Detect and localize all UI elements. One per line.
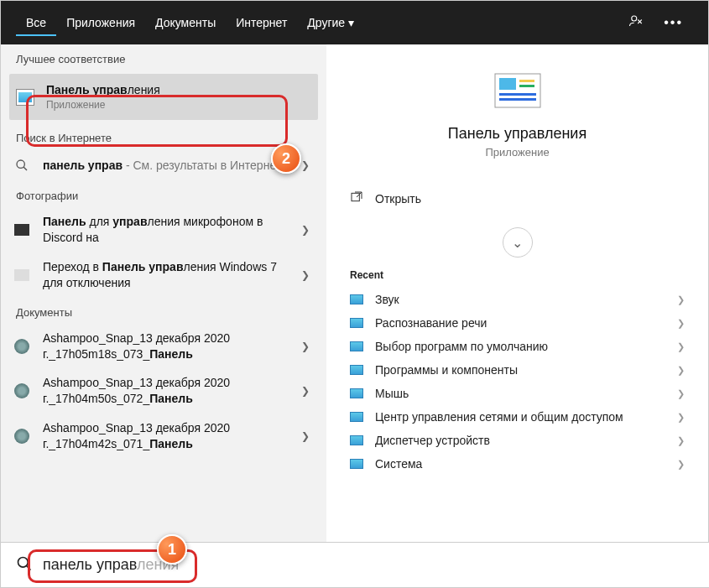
document-icon	[13, 337, 31, 356]
recent-header: Recent	[326, 266, 708, 288]
annotation-callout-1: 1	[157, 534, 187, 565]
section-photos: Фотографии	[1, 181, 326, 207]
hero-subtitle: Приложение	[326, 146, 708, 159]
chevron-right-icon: ❯	[677, 318, 685, 329]
photo-result-1[interactable]: Панель для управления микрофоном в Disco…	[1, 207, 326, 252]
open-label: Открыть	[375, 192, 421, 206]
more-options-icon[interactable]: •••	[654, 8, 693, 37]
control-panel-icon	[16, 88, 34, 107]
svg-line-2	[23, 167, 27, 170]
svg-point-10	[18, 557, 29, 567]
applet-icon	[350, 459, 363, 469]
hero-title: Панель управления	[326, 125, 708, 143]
recent-item[interactable]: Диспетчер устройств❯	[326, 429, 708, 452]
chevron-right-icon: ❯	[677, 435, 685, 446]
svg-rect-8	[499, 98, 536, 101]
search-icon	[16, 555, 33, 575]
control-panel-large-icon	[494, 73, 541, 108]
chevron-right-icon: ❯	[296, 224, 315, 236]
applet-icon	[350, 318, 363, 328]
search-bar: панель управления	[1, 542, 709, 587]
applet-icon	[350, 341, 363, 351]
search-input[interactable]: панель управления	[43, 556, 695, 574]
open-icon	[350, 190, 363, 207]
svg-point-1	[17, 160, 24, 168]
svg-rect-5	[519, 80, 534, 82]
tab-all[interactable]: Все	[16, 9, 56, 36]
chevron-down-icon: ⌄	[512, 235, 523, 251]
tab-documents[interactable]: Документы	[145, 9, 226, 36]
recent-item[interactable]: Центр управления сетями и общим доступом…	[326, 405, 708, 429]
chevron-right-icon: ❯	[677, 412, 685, 423]
chevron-right-icon: ❯	[296, 385, 315, 397]
recent-item[interactable]: Система❯	[326, 452, 708, 476]
svg-rect-4	[499, 78, 516, 90]
results-panel: Лучшее соответствие Панель управления Пр…	[1, 44, 326, 543]
chevron-right-icon: ❯	[677, 341, 685, 352]
tab-apps[interactable]: Приложения	[56, 9, 145, 36]
body: Лучшее соответствие Панель управления Пр…	[1, 44, 708, 543]
applet-icon	[350, 412, 363, 422]
header: Все Приложения Документы Интернет Другие…	[1, 1, 708, 44]
detail-panel: Панель управления Приложение Открыть ⌄ R…	[326, 44, 708, 543]
expand-button[interactable]: ⌄	[503, 227, 533, 258]
applet-icon	[350, 365, 363, 375]
document-icon	[13, 427, 31, 445]
annotation-callout-2: 2	[271, 143, 301, 174]
svg-point-0	[632, 16, 637, 21]
photo-icon	[13, 266, 31, 284]
recent-item[interactable]: Мышь❯	[326, 382, 708, 405]
document-icon	[13, 382, 31, 400]
applet-icon	[350, 294, 363, 304]
photo-icon	[13, 221, 31, 239]
applet-icon	[350, 388, 363, 398]
recent-item[interactable]: Выбор программ по умолчанию❯	[326, 335, 708, 358]
tab-more[interactable]: Другие▾	[297, 9, 364, 36]
chevron-right-icon: ❯	[677, 459, 685, 470]
search-window: Все Приложения Документы Интернет Другие…	[0, 0, 709, 588]
recent-item[interactable]: Звук❯	[326, 288, 708, 311]
chevron-down-icon: ▾	[348, 16, 354, 29]
applet-icon	[350, 435, 363, 445]
doc-result-1[interactable]: Ashampoo_Snap_13 декабря 2020 г._17h05m1…	[1, 324, 326, 369]
doc-result-3[interactable]: Ashampoo_Snap_13 декабря 2020 г._17h04m4…	[1, 414, 326, 459]
chevron-right-icon: ❯	[677, 388, 685, 399]
svg-line-11	[27, 565, 31, 570]
open-action[interactable]: Открыть	[350, 184, 685, 214]
chevron-right-icon: ❯	[677, 365, 685, 376]
chevron-right-icon: ❯	[677, 294, 685, 305]
svg-rect-7	[499, 93, 536, 96]
recent-item[interactable]: Распознавание речи❯	[326, 311, 708, 335]
feedback-icon[interactable]	[618, 7, 654, 39]
doc-result-2[interactable]: Ashampoo_Snap_13 декабря 2020 г._17h04m5…	[1, 368, 326, 414]
best-match-item[interactable]: Панель управления Приложение	[9, 74, 318, 120]
svg-rect-9	[352, 193, 359, 200]
photo-result-2[interactable]: Переход в Панель управления Windows 7 дл…	[1, 252, 326, 298]
svg-rect-6	[519, 85, 534, 87]
recent-item[interactable]: Программы и компоненты❯	[326, 358, 708, 382]
chevron-right-icon: ❯	[296, 341, 315, 352]
chevron-right-icon: ❯	[296, 269, 315, 281]
chevron-right-icon: ❯	[296, 430, 315, 442]
search-icon	[13, 156, 31, 174]
section-best-match: Лучшее соответствие	[1, 44, 326, 70]
hero: Панель управления Приложение	[326, 44, 708, 174]
section-documents: Документы	[1, 298, 326, 324]
tab-internet[interactable]: Интернет	[226, 9, 297, 36]
